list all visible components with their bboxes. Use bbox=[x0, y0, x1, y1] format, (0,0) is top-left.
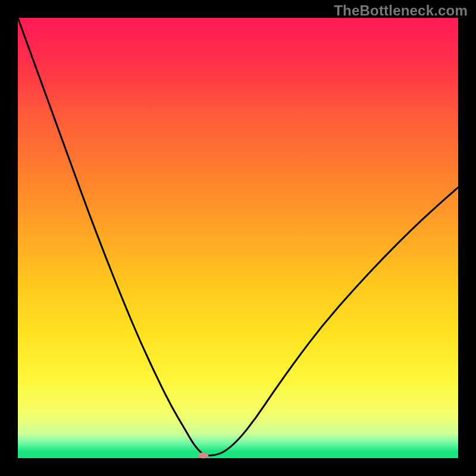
watermark-text: TheBottleneck.com bbox=[334, 2, 468, 19]
plot-background bbox=[18, 18, 458, 458]
optimal-marker bbox=[198, 453, 209, 459]
bottleneck-chart bbox=[0, 0, 476, 476]
chart-container: { "watermark": "TheBottleneck.com", "mar… bbox=[0, 0, 476, 476]
